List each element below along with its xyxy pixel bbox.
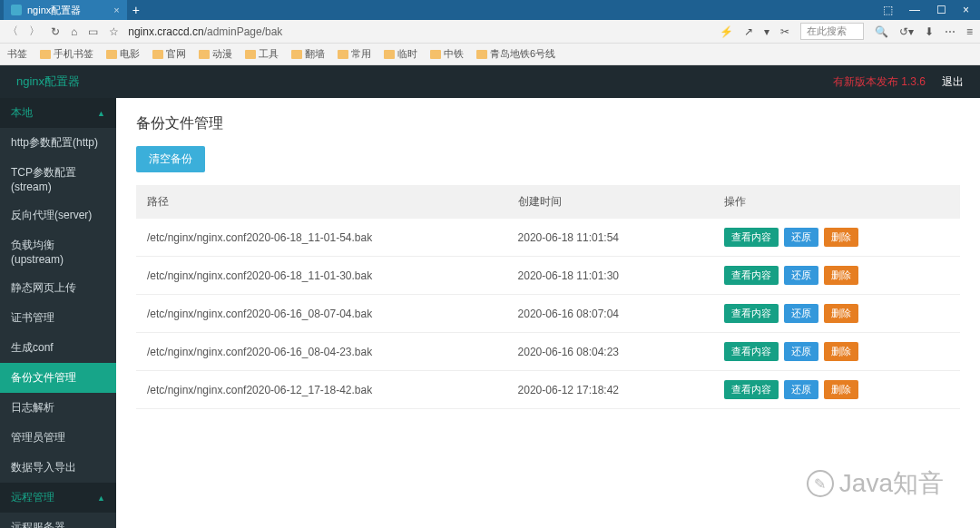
browser-tab[interactable]: nginx配置器 × [4,0,127,20]
cell-path: /etc/nginx/nginx.conf2020-06-12_17-18-42… [136,371,507,409]
close-window-icon[interactable]: × [963,4,969,16]
restore-button[interactable]: 还原 [784,304,818,323]
restore-button[interactable]: 还原 [784,380,818,399]
app-header: nginx配置器 有新版本发布 1.3.6 退出 [0,65,980,98]
sidebar-item[interactable]: TCP参数配置(stream) [0,158,116,200]
bookmark-item[interactable]: 翻墙 [291,47,325,61]
sidebar-item[interactable]: 静态网页上传 [0,273,116,303]
reload-icon[interactable]: ↻ [51,25,60,38]
cell-created: 2020-06-16 08:07:04 [507,295,713,333]
search-input[interactable]: 在此搜索 [800,23,864,40]
address-bar[interactable]: nginx.craccd.cn/adminPage/bak [128,25,710,38]
table-row: /etc/nginx/nginx.conf2020-06-16_08-07-04… [136,295,960,333]
cell-ops: 查看内容还原删除 [713,333,960,371]
view-button[interactable]: 查看内容 [724,342,779,361]
bookmark-item[interactable]: 中铁 [430,47,464,61]
table-row: /etc/nginx/nginx.conf2020-06-12_17-18-42… [136,371,960,409]
restore-button[interactable]: 还原 [784,266,818,285]
chevron-up-icon: ▲ [97,494,105,503]
view-button[interactable]: 查看内容 [724,380,779,399]
bookmark-item[interactable]: 青岛地铁6号线 [476,47,555,61]
sidebar: 本地 ▲ http参数配置(http)TCP参数配置(stream)反向代理(s… [0,98,116,528]
cell-created: 2020-06-18 11:01:30 [507,257,713,295]
bookmark-item[interactable]: 常用 [338,47,371,61]
home-icon[interactable]: ⌂ [71,25,77,38]
flash-icon[interactable]: ⚡ [720,25,733,38]
sidebar-section-local[interactable]: 本地 ▲ [0,98,116,128]
clear-backup-button[interactable]: 清空备份 [136,146,205,172]
table-row: /etc/nginx/nginx.conf2020-06-18_11-01-54… [136,219,960,257]
sidebar-item[interactable]: 备份文件管理 [0,363,116,393]
sidebar-section-remote[interactable]: 远程管理 ▲ [0,483,116,513]
history-icon[interactable]: ↺▾ [899,25,914,38]
screenshot-icon[interactable]: ✂ [780,25,789,38]
tab-favicon [11,5,22,15]
folder-icon [384,50,395,59]
sidebar-item[interactable]: 证书管理 [0,303,116,333]
forward-icon[interactable]: 〉 [29,24,40,39]
sidebar-item[interactable]: http参数配置(http) [0,128,116,158]
new-tab-button[interactable]: + [132,3,140,17]
cell-ops: 查看内容还原删除 [713,371,960,409]
restore-icon[interactable]: ⬚ [883,4,893,16]
page-title: 备份文件管理 [136,114,960,133]
cell-ops: 查看内容还原删除 [713,257,960,295]
restore-button[interactable]: 还原 [784,342,818,361]
view-button[interactable]: 查看内容 [724,228,779,247]
menu-icon[interactable]: ≡ [966,25,973,38]
star-icon[interactable]: ☆ [109,25,119,38]
bookmark-item[interactable]: 动漫 [199,47,232,61]
delete-button[interactable]: 删除 [824,342,858,361]
sidebar-item[interactable]: 远程服务器 [0,513,116,528]
cell-created: 2020-06-16 08:04:23 [507,333,713,371]
cell-ops: 查看内容还原删除 [713,219,960,257]
reader-icon[interactable]: ▭ [88,25,98,38]
bookmark-item[interactable]: 官网 [152,47,186,61]
version-notice[interactable]: 有新版本发布 1.3.6 [833,74,926,90]
bookmark-item[interactable]: 电影 [106,47,140,61]
folder-icon [106,50,117,59]
sidebar-item[interactable]: 日志解析 [0,393,116,423]
back-icon[interactable]: 〈 [7,24,18,39]
folder-icon [476,50,487,59]
tab-close-icon[interactable]: × [113,5,119,15]
download-icon[interactable]: ⬇ [925,25,934,38]
sidebar-item[interactable]: 管理员管理 [0,423,116,453]
share-icon[interactable]: ↗ [744,25,753,38]
delete-button[interactable]: 删除 [824,380,858,399]
cell-path: /etc/nginx/nginx.conf2020-06-16_08-04-23… [136,333,507,371]
folder-icon [338,50,348,59]
tab-title: nginx配置器 [27,4,81,17]
bookmarks-label: 书签 [7,47,27,61]
maximize-icon[interactable]: ☐ [936,4,946,16]
more-icon[interactable]: ⋯ [945,25,956,38]
folder-icon [291,50,302,59]
view-button[interactable]: 查看内容 [724,304,779,323]
translate-icon[interactable]: ▾ [764,25,769,38]
app-brand[interactable]: nginx配置器 [16,73,80,90]
cell-path: /etc/nginx/nginx.conf2020-06-16_08-07-04… [136,295,507,333]
col-path: 路径 [136,185,507,219]
window-controls: ⬚ — ☐ × [883,4,980,16]
bookmark-item[interactable]: 工具 [245,47,279,61]
restore-button[interactable]: 还原 [784,228,818,247]
logout-link[interactable]: 退出 [942,74,964,90]
sidebar-item[interactable]: 数据导入导出 [0,453,116,483]
delete-button[interactable]: 删除 [824,228,858,247]
folder-icon [152,50,163,59]
bookmark-item[interactable]: 手机书签 [40,47,93,61]
view-button[interactable]: 查看内容 [724,266,779,285]
minimize-icon[interactable]: — [909,4,920,16]
delete-button[interactable]: 删除 [824,266,858,285]
browser-titlebar: nginx配置器 × + ⬚ — ☐ × [0,0,980,20]
backup-table: 路径 创建时间 操作 /etc/nginx/nginx.conf2020-06-… [136,185,960,409]
sidebar-item[interactable]: 负载均衡(upstream) [0,230,116,273]
folder-icon [40,50,51,59]
bookmark-item[interactable]: 临时 [384,47,417,61]
cell-created: 2020-06-12 17:18:42 [507,371,713,409]
delete-button[interactable]: 删除 [824,304,858,323]
main-content: 备份文件管理 清空备份 路径 创建时间 操作 /etc/nginx/nginx.… [116,98,980,528]
sidebar-item[interactable]: 反向代理(server) [0,200,116,230]
sidebar-item[interactable]: 生成conf [0,333,116,363]
search-icon[interactable]: 🔍 [875,25,888,38]
